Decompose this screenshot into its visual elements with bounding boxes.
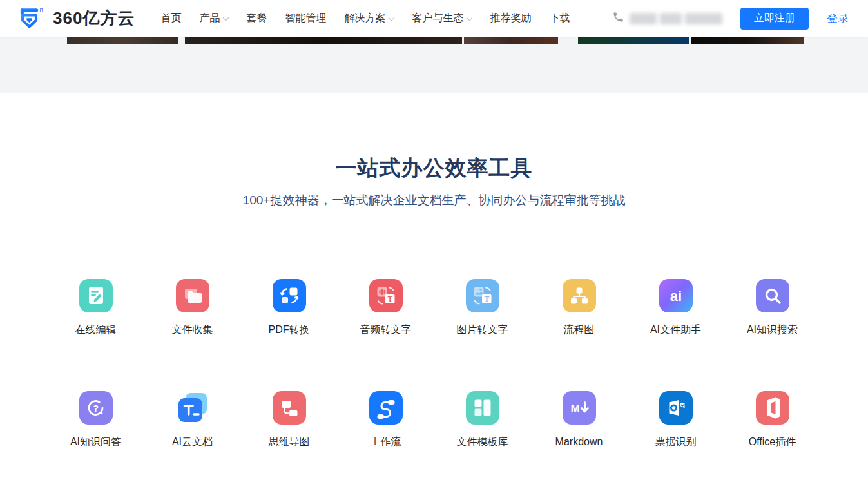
carousel-image-fragment-4	[691, 37, 804, 44]
convert-icon	[273, 279, 306, 312]
chevron-down-icon	[467, 14, 473, 21]
ai-badge-icon: ai	[659, 279, 693, 312]
nav-item-label: 智能管理	[285, 12, 326, 25]
search-icon	[756, 279, 789, 312]
tool-label: 文件模板库	[457, 435, 508, 449]
carousel-image-fragment-0	[67, 37, 178, 44]
nav-item-label: 首页	[160, 12, 181, 25]
nav-item-label: 推荐奖励	[490, 12, 531, 25]
mindmap-icon	[273, 391, 306, 425]
svg-text:?: ?	[92, 403, 98, 414]
phone-number-redacted	[630, 13, 722, 24]
receipt-outlook-icon	[659, 391, 693, 425]
tool-item-1[interactable]: 文件收集	[144, 279, 241, 337]
tool-label: 工作流	[371, 435, 401, 449]
cloud-doc-icon	[176, 391, 209, 425]
tool-item-3[interactable]: T音频转文字	[338, 279, 434, 337]
tool-label: 在线编辑	[75, 323, 117, 337]
tool-label: AI知识搜索	[747, 323, 798, 337]
tool-item-12[interactable]: 文件模板库	[434, 391, 531, 449]
nav-item-2[interactable]: 套餐	[246, 12, 267, 25]
tool-item-9[interactable]: AI云文档	[144, 391, 241, 449]
tool-item-11[interactable]: 工作流	[338, 391, 434, 449]
tool-label: Markdown	[555, 435, 603, 449]
nav-item-3[interactable]: 智能管理	[285, 12, 326, 25]
tools-section: 一站式办公效率工具 100+提效神器，一站式解决企业文档生产、协同办公与流程审批…	[0, 93, 868, 480]
site-logo[interactable]: n 360亿方云	[19, 5, 135, 33]
tool-label: 思维导图	[269, 435, 310, 449]
chevron-down-icon	[223, 14, 229, 21]
image-to-text-icon: T	[466, 279, 499, 312]
svg-text:T: T	[484, 295, 489, 303]
tool-label: AI云文档	[172, 435, 213, 449]
office-icon	[756, 391, 789, 425]
nav-item-label: 产品	[199, 12, 220, 25]
carousel-image-fragment-1	[185, 37, 462, 44]
nav-item-4[interactable]: 解决方案	[344, 12, 394, 25]
hero-carousel-cutoff-band	[0, 37, 868, 93]
nav-item-6[interactable]: 推荐奖励	[490, 12, 531, 25]
folder-icon	[176, 279, 209, 312]
section-subtitle: 100+提效神器，一站式解决企业文档生产、协同办公与流程审批等挑战	[0, 192, 868, 209]
svg-text:ai: ai	[670, 288, 681, 304]
workflow-icon	[369, 391, 403, 425]
nav-item-label: 客户与生态	[412, 12, 463, 25]
svg-text:M: M	[570, 403, 579, 415]
doc-edit-icon	[79, 279, 113, 312]
tools-grid: 在线编辑文件收集PDF转换T音频转文字T图片转文字流程图aiAI文件助手AI知识…	[48, 279, 821, 480]
top-navigation-bar: n 360亿方云 首页产品套餐智能管理解决方案客户与生态推荐奖励下载 立即注册 …	[0, 0, 868, 37]
tool-item-5[interactable]: 流程图	[531, 279, 628, 337]
audio-to-text-icon: T	[369, 279, 403, 312]
nav-item-label: 套餐	[246, 12, 267, 25]
tool-label: 文件收集	[172, 323, 213, 337]
nav-item-label: 下载	[549, 12, 570, 25]
site-logo-text: 360亿方云	[53, 7, 135, 30]
tool-item-0[interactable]: 在线编辑	[48, 279, 144, 337]
nav-item-label: 解决方案	[344, 12, 385, 25]
tool-item-15[interactable]: Office插件	[724, 391, 821, 449]
header-right: 立即注册 登录	[612, 8, 849, 30]
carousel-image-fragment-2	[464, 37, 558, 44]
carousel-image-fragment-3	[578, 37, 689, 44]
tool-item-14[interactable]: 票据识别	[628, 391, 724, 449]
tool-item-8[interactable]: ?AI知识问答	[48, 391, 144, 449]
flowchart-icon	[563, 279, 596, 312]
phone-icon	[612, 11, 624, 26]
markdown-icon: M	[563, 391, 596, 425]
tool-item-13[interactable]: MMarkdown	[531, 391, 628, 449]
tool-label: AI文件助手	[650, 323, 701, 337]
tool-label: 音频转文字	[360, 323, 412, 337]
section-title: 一站式办公效率工具	[0, 93, 868, 183]
chevron-down-icon	[389, 14, 395, 21]
svg-text:T: T	[387, 295, 392, 303]
qa-bubble-icon: ?	[79, 391, 113, 425]
tool-label: Office插件	[749, 435, 796, 449]
register-button[interactable]: 立即注册	[740, 8, 809, 30]
main-nav: 首页产品套餐智能管理解决方案客户与生态推荐奖励下载	[160, 12, 570, 25]
tool-item-2[interactable]: PDF转换	[241, 279, 338, 337]
svg-text:n: n	[40, 6, 44, 12]
tool-label: 图片转文字	[457, 323, 508, 337]
nav-item-1[interactable]: 产品	[199, 12, 228, 25]
yifangyun-shield-logo-icon: n	[19, 5, 46, 33]
tool-item-6[interactable]: aiAI文件助手	[628, 279, 724, 337]
template-grid-icon	[466, 391, 499, 425]
nav-item-5[interactable]: 客户与生态	[412, 12, 472, 25]
login-link[interactable]: 登录	[827, 11, 849, 26]
tool-item-4[interactable]: T图片转文字	[434, 279, 531, 337]
tool-item-10[interactable]: 思维导图	[241, 391, 338, 449]
tool-label: AI知识问答	[70, 435, 121, 449]
tool-item-7[interactable]: AI知识搜索	[724, 279, 821, 337]
tool-label: 票据识别	[655, 435, 697, 449]
tool-label: 流程图	[564, 323, 595, 337]
nav-item-7[interactable]: 下载	[549, 12, 570, 25]
nav-item-0[interactable]: 首页	[160, 12, 181, 25]
tool-label: PDF转换	[269, 323, 310, 337]
contact-phone	[612, 11, 722, 26]
